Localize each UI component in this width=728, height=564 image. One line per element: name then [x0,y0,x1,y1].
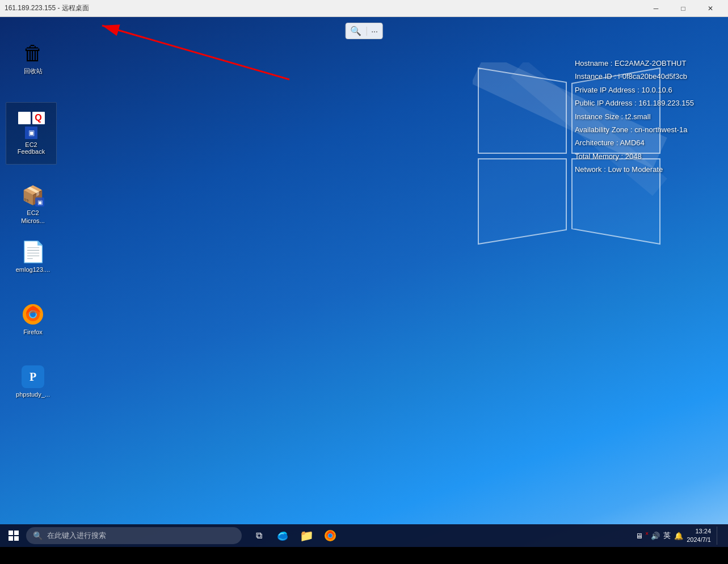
monitor-icon[interactable]: 🖥 [636,532,643,540]
close-button[interactable]: ✕ [697,0,723,17]
svg-line-11 [102,26,289,79]
recycle-bin-icon: 🗑 [22,42,44,65]
desktop-icon-emlog[interactable]: 📄 emlog123.... [10,238,56,276]
red-arrow [74,17,329,91]
ec2-total-memory: Total Memory : 2048 [575,150,694,163]
svg-rect-16 [9,531,13,535]
ec2-architecture: Architecture : AMD64 [575,136,694,149]
desktop-icon-recycle-bin[interactable]: 🗑 回收站 [10,40,56,77]
monitor-badge: × [645,531,649,537]
desktop: 🔍 ··· Hostname : EC2AMAZ-2OBTHUT Instanc… [0,17,728,547]
search-placeholder-text: 在此键入进行搜索 [47,531,106,541]
file-explorer-button[interactable]: 📁 [295,524,318,547]
ec2-feedback-white-square [18,112,31,124]
minimize-button[interactable]: ─ [643,0,669,17]
tray-date-text: 2024/7/1 [687,536,711,544]
taskbar-apps: ⧉ 📁 [247,524,342,547]
ec2-availability-zone: Availability Zone : cn-northwest-1a [575,123,694,136]
task-view-icon: ⧉ [256,531,262,541]
search-icon: 🔍 [33,531,43,540]
ec2-feedback-icons: Q [18,112,45,124]
desktop-icon-phpstudy[interactable]: P phpstudy_... [10,363,56,401]
title-bar: 161.189.223.155 - 远程桌面 ─ □ ✕ [0,0,728,17]
svg-point-24 [329,534,332,537]
task-view-button[interactable]: ⧉ [247,524,270,547]
ec2-info-panel: Hostname : EC2AMAZ-2OBTHUT Instance ID :… [575,57,694,176]
ime-text[interactable]: 英 [663,531,671,541]
tray-clock[interactable]: 13:24 2024/7/1 [687,527,711,545]
ec2-instance-id: Instance ID : i-0f8ca20be40d5f3cb [575,70,694,83]
zoom-icon[interactable]: 🔍 [350,26,361,36]
emlog-label: emlog123.... [16,266,51,273]
tray-time-text: 13:24 [687,527,711,536]
phpstudy-label: phpstudy_... [16,390,50,398]
restore-button[interactable]: □ [670,0,696,17]
system-tray: 🖥 × 🔊 英 🔔 13:24 2024/7/1 [636,527,726,545]
emlog-icon: 📄 [22,241,44,263]
ec2-private-ip: Private IP Address : 10.0.10.6 [575,83,694,96]
ec2-public-ip: Public IP Address : 161.189.223.155 [575,96,694,110]
toolbar-overlay: 🔍 ··· [345,23,383,39]
ec2-hostname: Hostname : EC2AMAZ-2OBTHUT [575,57,694,70]
ec2-feedback-q-icon: Q [32,112,45,124]
ec2-feedback-bottom-icons: ▣ [25,127,37,139]
ec2-micros-badge: ▣ [35,197,44,207]
window-controls: ─ □ ✕ [643,0,723,17]
ec2-micros-icon: 📦 ▣ [22,184,44,207]
recycle-bin-label: 回收站 [24,67,43,75]
desktop-icon-ec2-micros[interactable]: 📦 ▣ EC2Micros... [10,182,56,228]
desktop-icon-firefox[interactable]: Firefox [10,301,56,338]
svg-rect-19 [14,536,19,541]
folder-icon: 📁 [300,529,314,542]
volume-icon[interactable]: 🔊 [651,532,660,540]
firefox-taskbar-button[interactable] [319,524,342,547]
start-button[interactable] [2,524,25,547]
edge-icon [276,529,289,542]
ec2-feedback-label: EC2Feedback [18,141,45,155]
window-title: 161.189.223.155 - 远程桌面 [5,3,89,13]
ec2-micros-label: EC2Micros... [21,209,45,225]
ec2-feedback-blue-icon: ▣ [25,127,37,139]
taskbar: 🔍 在此键入进行搜索 ⧉ 📁 [0,524,728,547]
notification-icon[interactable]: 🔔 [674,532,683,540]
taskbar-search[interactable]: 🔍 在此键入进行搜索 [26,527,242,544]
firefox-taskbar-icon [324,529,336,542]
edge-button[interactable] [271,524,294,547]
svg-marker-6 [478,159,566,244]
firefox-icon [22,303,44,326]
svg-rect-17 [14,531,19,535]
phpstudy-icon: P [22,365,44,388]
svg-rect-18 [9,536,13,541]
desktop-icon-ec2-feedback[interactable]: Q ▣ EC2Feedback [6,102,57,165]
ec2-instance-size: Instance Size : t2.small [575,110,694,123]
firefox-label: Firefox [23,328,43,336]
show-desktop-button[interactable] [717,527,721,545]
menu-icon[interactable]: ··· [371,27,378,36]
ec2-network: Network : Low to Moderate [575,163,694,176]
tray-icons: 🖥 × 🔊 英 🔔 [636,531,683,541]
toolbar-separator [366,27,367,36]
